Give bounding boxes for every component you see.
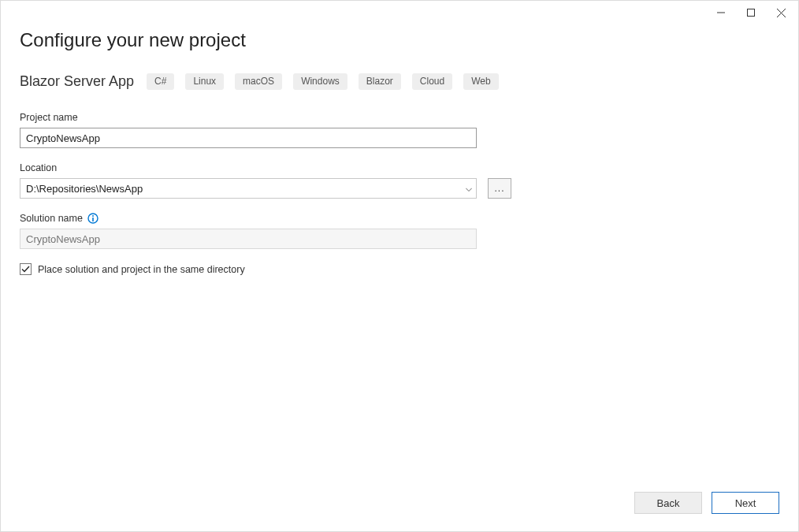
back-button[interactable]: Back <box>634 492 702 514</box>
solution-name-label-row: Solution name <box>20 213 477 224</box>
check-icon <box>21 265 30 273</box>
project-name-field: Project name <box>20 112 477 148</box>
template-name: Blazor Server App <box>20 73 134 90</box>
titlebar <box>1 1 798 24</box>
location-row: ... <box>20 178 524 199</box>
solution-name-field: Solution name <box>20 213 477 249</box>
same-directory-label: Place solution and project in the same d… <box>38 264 245 275</box>
close-icon <box>777 9 786 17</box>
page-title: Configure your new project <box>20 29 779 51</box>
svg-rect-6 <box>92 218 94 221</box>
location-input[interactable] <box>20 178 477 199</box>
tag-blazor: Blazor <box>359 73 401 89</box>
minimize-button[interactable] <box>708 4 734 21</box>
next-button[interactable]: Next <box>712 492 779 514</box>
info-icon[interactable] <box>87 213 98 224</box>
project-name-input[interactable] <box>20 128 477 148</box>
svg-rect-1 <box>748 9 755 17</box>
same-directory-checkbox-row[interactable]: Place solution and project in the same d… <box>20 263 779 275</box>
solution-name-input <box>20 229 477 249</box>
project-name-label: Project name <box>20 112 477 123</box>
tag-web: Web <box>463 73 498 89</box>
solution-name-label: Solution name <box>20 213 83 224</box>
dialog-window: Configure your new project Blazor Server… <box>0 0 799 532</box>
location-label: Location <box>20 162 524 173</box>
maximize-button[interactable] <box>738 4 764 21</box>
location-field: Location ... <box>20 162 524 199</box>
same-directory-checkbox[interactable] <box>20 263 32 275</box>
svg-point-5 <box>92 215 94 217</box>
template-row: Blazor Server App C# Linux macOS Windows… <box>20 73 779 90</box>
footer: Back Next <box>1 492 798 531</box>
maximize-icon <box>747 9 755 17</box>
tag-csharp: C# <box>147 73 174 89</box>
location-combo-wrap <box>20 178 477 199</box>
minimize-icon <box>717 9 725 17</box>
tag-cloud: Cloud <box>412 73 452 89</box>
content-area: Configure your new project Blazor Server… <box>1 24 798 492</box>
tag-linux: Linux <box>185 73 224 89</box>
browse-button[interactable]: ... <box>488 178 511 199</box>
tag-windows: Windows <box>293 73 347 89</box>
tag-macos: macOS <box>235 73 282 89</box>
close-button[interactable] <box>768 4 793 21</box>
